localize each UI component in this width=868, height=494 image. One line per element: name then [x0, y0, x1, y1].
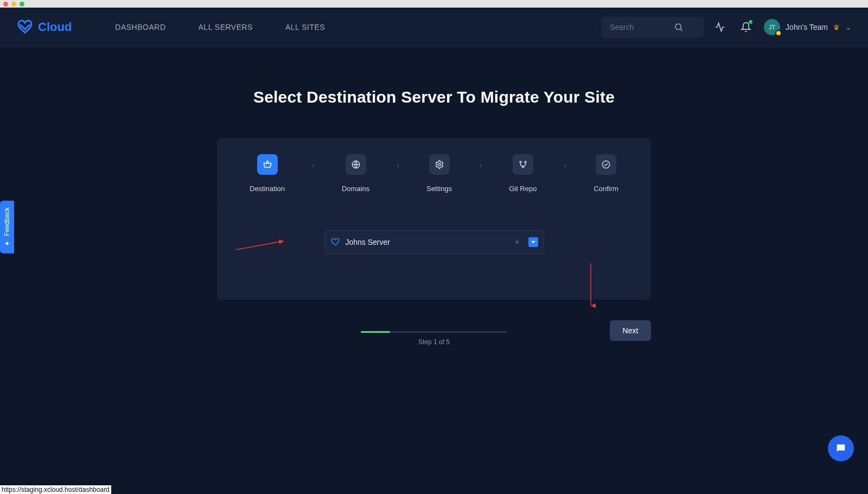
nav-all-sites[interactable]: ALL SITES [285, 23, 325, 31]
team-menu[interactable]: JT John's Team ♛ ⌄ [764, 19, 852, 35]
notification-dot [749, 20, 752, 24]
basket-icon [263, 160, 272, 169]
chevron-right-icon: › [564, 162, 566, 169]
svg-point-0 [675, 24, 681, 30]
step-confirm[interactable]: Confirm [593, 154, 618, 193]
mac-max-dot[interactable] [20, 2, 24, 7]
brand-logo[interactable]: Cloud [16, 18, 72, 36]
page-body: Select Destination Server To Migrate You… [0, 47, 868, 346]
search-input[interactable] [609, 22, 674, 32]
team-label: John's Team [786, 23, 828, 31]
step-domains[interactable]: Domains [342, 154, 369, 193]
feedback-tab[interactable]: ✦ Feedback [0, 201, 14, 254]
svg-point-7 [602, 161, 610, 168]
mac-close-dot[interactable] [3, 2, 8, 7]
crown-icon: ♛ [833, 23, 840, 31]
activity-icon [714, 22, 725, 33]
check-circle-icon [601, 160, 611, 169]
svg-point-3 [438, 163, 441, 166]
step-label: Confirm [593, 185, 618, 193]
dropdown-toggle[interactable] [528, 237, 538, 247]
activity-button[interactable] [710, 17, 730, 37]
progress-bar [361, 331, 507, 333]
status-url: https://staging.xcloud.host/dashboard [0, 485, 111, 494]
nav-dashboard[interactable]: DASHBOARD [115, 23, 165, 31]
mac-titlebar [0, 0, 868, 8]
sparkle-icon: ✦ [3, 239, 11, 247]
avatar-initials: JT [769, 24, 775, 30]
clear-selection-button[interactable]: × [512, 238, 522, 246]
chevron-right-icon: › [480, 162, 482, 169]
avatar: JT [764, 19, 780, 35]
nav-all-servers[interactable]: ALL SERVERS [199, 23, 253, 31]
svg-point-4 [520, 161, 521, 163]
wizard-controls: Step 1 of 5 Next [217, 331, 651, 346]
svg-line-1 [681, 29, 682, 30]
search-box[interactable] [601, 17, 704, 37]
step-label: Git Repo [509, 185, 537, 193]
search-icon [674, 22, 684, 32]
caret-down-icon [531, 239, 536, 245]
avatar-badge [775, 30, 782, 36]
chat-widget[interactable] [828, 435, 854, 461]
next-button[interactable]: Next [610, 320, 651, 341]
chevron-right-icon: › [312, 162, 315, 169]
wizard-card: Destination › Domains › Settings › Git R… [217, 138, 651, 300]
step-label: Domains [342, 185, 369, 193]
nav-links: DASHBOARD ALL SERVERS ALL SITES [115, 23, 325, 31]
selected-server-name: Johns Server [346, 238, 390, 246]
brand-name: Cloud [38, 20, 72, 34]
top-nav: Cloud DASHBOARD ALL SERVERS ALL SITES JT… [0, 8, 868, 47]
progress-text: Step 1 of 5 [418, 338, 450, 346]
heart-ribbon-icon [16, 18, 34, 36]
step-progress: Destination › Domains › Settings › Git R… [250, 154, 618, 205]
globe-icon [351, 160, 361, 169]
step-label: Destination [250, 185, 285, 193]
git-branch-icon [518, 160, 528, 169]
gear-icon [435, 160, 444, 169]
feedback-label: Feedback [3, 207, 11, 236]
step-label: Settings [426, 185, 452, 193]
server-select[interactable]: Johns Server × [324, 230, 544, 254]
server-brand-icon [330, 237, 340, 247]
svg-point-5 [525, 161, 526, 163]
notifications-button[interactable] [736, 17, 756, 37]
chevron-down-icon: ⌄ [845, 23, 852, 31]
chevron-right-icon: › [397, 162, 399, 169]
step-destination[interactable]: Destination [250, 154, 285, 193]
chat-icon [835, 442, 847, 454]
page-title: Select Destination Server To Migrate You… [253, 88, 615, 106]
step-settings[interactable]: Settings [426, 154, 452, 193]
mac-min-dot[interactable] [11, 2, 16, 7]
step-git-repo[interactable]: Git Repo [509, 154, 537, 193]
